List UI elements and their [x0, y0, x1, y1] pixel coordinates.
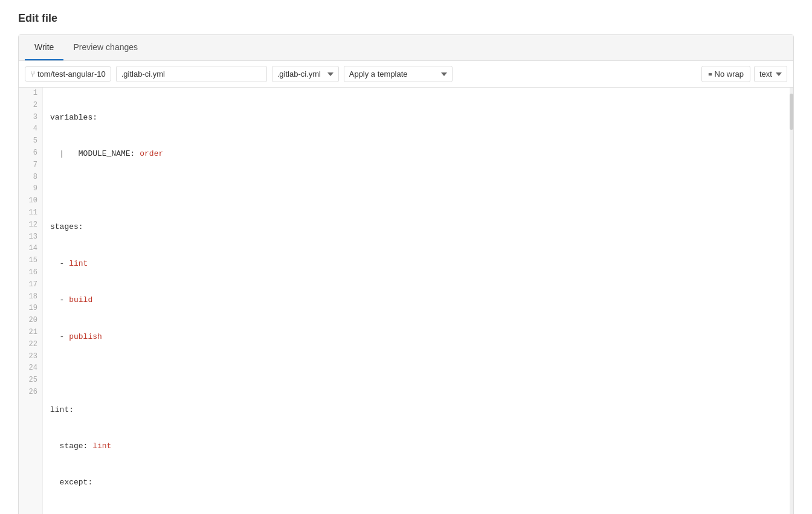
page-container: Edit file Write Preview changes ⑂ tom/te…: [0, 0, 812, 514]
code-line-8: [50, 367, 786, 379]
code-line-3: [50, 184, 786, 197]
code-line-11: except:: [50, 476, 786, 489]
nowrap-label: No wrap: [715, 69, 744, 79]
editor-container: Write Preview changes ⑂ tom/test-angular…: [18, 34, 794, 514]
template-select[interactable]: Apply a template: [344, 66, 453, 82]
tabs-bar: Write Preview changes: [19, 35, 793, 61]
code-line-2: | MODULE_NAME: order: [50, 147, 786, 160]
lines-icon: ≡: [708, 71, 712, 78]
file-type-select[interactable]: .gitlab-ci.yml: [272, 66, 339, 82]
branch-selector[interactable]: ⑂ tom/test-angular-10: [25, 66, 111, 82]
page-title: Edit file: [18, 12, 794, 25]
branch-icon: ⑂: [30, 69, 35, 79]
code-line-9: lint:: [50, 403, 786, 416]
toolbar: ⑂ tom/test-angular-10 .gitlab-ci.yml App…: [19, 61, 793, 88]
code-line-7: - publish: [50, 330, 786, 343]
editor-scrollbar[interactable]: [790, 88, 793, 514]
code-editor[interactable]: 1 2 3 4 5 6 7 8 9 10 11 12 13 14 15 16 1…: [19, 88, 793, 514]
code-line-1: variables:: [50, 111, 786, 124]
nowrap-button[interactable]: ≡ No wrap: [701, 66, 750, 82]
branch-name: tom/test-angular-10: [37, 69, 106, 79]
toolbar-right: ≡ No wrap text: [701, 66, 787, 82]
filename-input[interactable]: [116, 66, 267, 82]
scrollbar-thumb: [790, 94, 793, 130]
code-line-5: - lint: [50, 257, 786, 270]
code-content[interactable]: variables: | MODULE_NAME: order stages: …: [43, 88, 793, 514]
line-numbers: 1 2 3 4 5 6 7 8 9 10 11 12 13 14 15 16 1…: [19, 88, 43, 514]
tab-preview[interactable]: Preview changes: [63, 35, 147, 60]
tab-write[interactable]: Write: [25, 35, 63, 60]
code-line-10: stage: lint: [50, 440, 786, 452]
text-mode-select[interactable]: text: [754, 66, 787, 82]
code-line-4: stages:: [50, 220, 786, 233]
code-line-6: - build: [50, 294, 786, 306]
